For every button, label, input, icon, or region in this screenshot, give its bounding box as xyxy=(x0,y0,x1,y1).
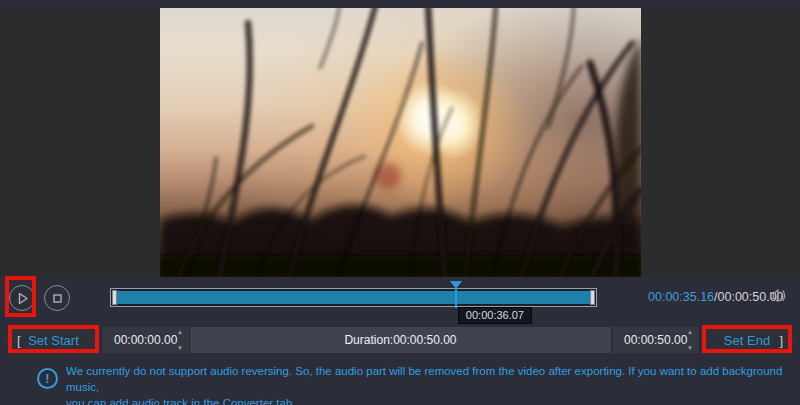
start-time-spinner-up[interactable]: ▲ xyxy=(177,329,183,335)
notice-line2: you can add audio track in the Converter… xyxy=(66,395,786,405)
set-start-label: Set Start xyxy=(28,333,79,348)
app-window: 00:00:36.07 00:00:35.16/00:00:50.00 [ Se… xyxy=(0,0,800,405)
play-icon xyxy=(11,287,34,310)
trim-end-handle[interactable] xyxy=(590,290,595,305)
video-preview xyxy=(160,8,641,277)
end-time-spinner-down[interactable]: ▼ xyxy=(687,345,693,351)
start-time-input[interactable]: 00:00:00.00 ▲ ▼ xyxy=(101,327,189,353)
info-icon: ! xyxy=(37,368,58,389)
playhead-tooltip: 00:00:36.07 xyxy=(458,307,532,324)
notice-line1: We currently do not support audio revers… xyxy=(66,363,786,395)
end-time-input[interactable]: 00:00:50.00 ▲ ▼ xyxy=(611,327,699,353)
stop-icon xyxy=(46,287,69,310)
stop-button[interactable] xyxy=(44,285,70,311)
end-time-value: 00:00:50.00 xyxy=(624,333,687,347)
end-time-spinner-up[interactable]: ▲ xyxy=(687,329,693,335)
video-player-area xyxy=(0,8,800,277)
set-end-label: Set End xyxy=(724,333,770,348)
set-end-button[interactable]: Set End ] xyxy=(699,327,794,353)
start-time-value: 00:00:00.00 xyxy=(114,333,177,347)
duration-display: Duration:00:00:50.00 xyxy=(189,327,611,353)
volume-icon[interactable] xyxy=(769,287,789,305)
play-button[interactable] xyxy=(9,285,35,311)
timeline-slider[interactable]: 00:00:36.07 xyxy=(110,288,597,307)
start-time-spinner: ▲ ▼ xyxy=(177,329,183,351)
end-bracket-icon: ] xyxy=(779,333,783,348)
start-time-spinner-down[interactable]: ▼ xyxy=(177,345,183,351)
grass-silhouette-overlay xyxy=(160,8,641,277)
trim-start-handle[interactable] xyxy=(112,290,117,305)
set-start-button[interactable]: [ Set Start xyxy=(6,327,101,353)
timeline-selected-range[interactable] xyxy=(117,291,590,304)
end-time-spinner: ▲ ▼ xyxy=(687,329,693,351)
trim-bar: [ Set Start 00:00:00.00 ▲ ▼ Duration:00:… xyxy=(6,327,794,353)
start-bracket-icon: [ xyxy=(17,333,21,348)
current-time: 00:00:35.16 xyxy=(648,290,714,304)
playhead[interactable] xyxy=(455,283,457,308)
time-display: 00:00:35.16/00:00:50.00 xyxy=(648,290,784,304)
notice-text: We currently do not support audio revers… xyxy=(66,363,786,405)
